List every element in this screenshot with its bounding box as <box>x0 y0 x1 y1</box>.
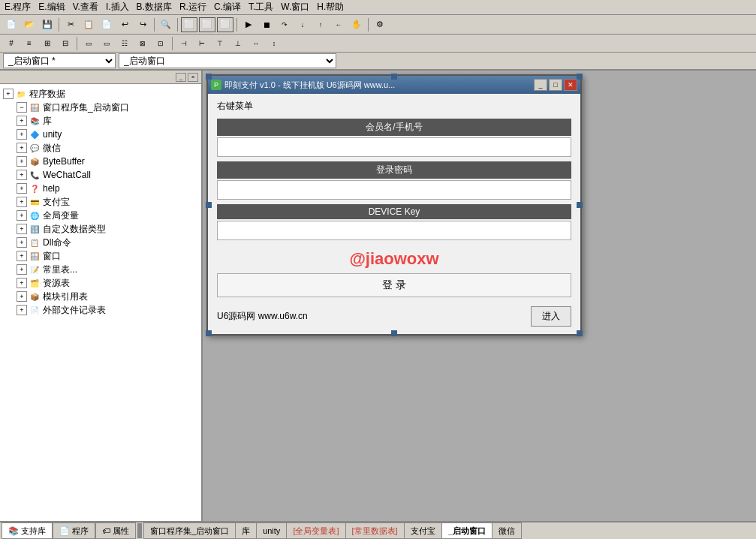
menu-item-tools[interactable]: T.工具 <box>247 1 275 14</box>
tb2-size-w[interactable]: ↔ <box>248 36 264 51</box>
tree-item-1[interactable]: −🪟窗口程序集_启动窗口 <box>0 101 201 114</box>
dialog-close-btn[interactable]: ✕ <box>564 79 577 91</box>
bottom-left-tab-program[interactable]: 📄 程序 <box>53 522 95 539</box>
bottom-tab-constants[interactable]: [常里数据表] <box>345 522 404 539</box>
tree-expander-3[interactable]: + <box>17 129 27 140</box>
tree-item-14[interactable]: +🗂️资源表 <box>0 276 201 290</box>
tb-step-into[interactable]: ↓ <box>294 17 311 32</box>
tb-hand[interactable]: ✋ <box>348 17 365 32</box>
enter-button[interactable]: 进入 <box>531 306 571 327</box>
tb2-grid[interactable]: # <box>3 36 20 51</box>
tree-expander-7[interactable]: + <box>17 183 27 194</box>
tb2-align-b[interactable]: ⊥ <box>230 36 246 51</box>
menu-item-db[interactable]: B.数据库 <box>135 1 173 14</box>
tb-redo[interactable]: ↪ <box>134 17 151 32</box>
tb2-r1[interactable]: ▭ <box>80 36 97 51</box>
tb-view1[interactable]: ⬜ <box>181 17 197 32</box>
tb2-r4[interactable]: ⊠ <box>134 36 151 51</box>
device-input[interactable] <box>217 221 571 240</box>
tb2-size-h[interactable]: ↕ <box>266 36 282 51</box>
tb-step-out[interactable]: ↑ <box>312 17 329 32</box>
tree-expander-13[interactable]: + <box>17 264 27 275</box>
tree-expander-9[interactable]: + <box>17 210 27 221</box>
tb-run[interactable]: ▶ <box>240 17 257 32</box>
tree-expander-10[interactable]: + <box>17 224 27 234</box>
tree-item-12[interactable]: +🪟窗口 <box>0 249 201 263</box>
tree-expander-2[interactable]: + <box>17 116 27 126</box>
tree-item-11[interactable]: +📋Dll命令 <box>0 236 201 249</box>
tree-item-6[interactable]: +📞WeChatCall <box>0 168 201 182</box>
tree-expander-5[interactable]: + <box>17 156 27 167</box>
bottom-tab-globals[interactable]: [全局变量表] <box>286 522 345 539</box>
tb-save[interactable]: 💾 <box>39 17 56 32</box>
bottom-left-tab-attr[interactable]: 🏷 属性 <box>95 522 136 539</box>
tb2-align-r[interactable]: ⊢ <box>194 36 210 51</box>
tree-expander-12[interactable]: + <box>17 251 27 261</box>
menu-item-help[interactable]: H.帮助 <box>315 1 345 14</box>
tree-expander-6[interactable]: + <box>17 170 27 180</box>
menu-item-edit[interactable]: E.编辑 <box>37 1 66 14</box>
tree-expander-1[interactable]: − <box>17 102 27 113</box>
tree-expander-16[interactable]: + <box>17 305 27 315</box>
tree-item-16[interactable]: +📄外部文件记录表 <box>0 303 201 317</box>
tree-item-4[interactable]: +💬微信 <box>0 141 201 155</box>
tree-item-3[interactable]: +🔷unity <box>0 128 201 141</box>
tb-undo[interactable]: ↩ <box>116 17 133 32</box>
bottom-tab-lib[interactable]: 库 <box>235 522 256 539</box>
tb-stop[interactable]: ⏹ <box>258 17 275 32</box>
dialog-maximize-btn[interactable]: □ <box>549 79 562 91</box>
resize-e[interactable] <box>577 202 583 208</box>
tree-expander-0[interactable]: + <box>3 89 14 99</box>
tb-step-back[interactable]: ← <box>330 17 347 32</box>
tree-expander-15[interactable]: + <box>17 291 27 302</box>
resize-se[interactable] <box>577 330 583 336</box>
menu-item-view[interactable]: V.查看 <box>71 1 100 14</box>
bottom-left-tab-library[interactable]: 📚 支持库 <box>2 522 53 539</box>
tb-view2[interactable]: ⬜ <box>199 17 215 32</box>
tb-cut[interactable]: ✂ <box>62 17 79 32</box>
tb2-align[interactable]: ≡ <box>21 36 38 51</box>
bottom-tab-main-window[interactable]: _启动窗口 <box>441 522 492 539</box>
tree-item-13[interactable]: +📝常里表... <box>0 263 201 276</box>
panel-minimize[interactable]: _ <box>176 73 186 82</box>
menu-item-window[interactable]: W.窗口 <box>279 1 311 14</box>
tb2-align-l[interactable]: ⊣ <box>176 36 192 51</box>
addr-left-select[interactable]: _启动窗口 * <box>3 53 116 68</box>
tb2-tbl2[interactable]: ⊟ <box>57 36 74 51</box>
tree-item-8[interactable]: +💳支付宝 <box>0 195 201 209</box>
password-input[interactable] <box>217 180 571 200</box>
tb-new[interactable]: 📄 <box>3 17 20 32</box>
tb-view3[interactable]: ⬜ <box>217 17 233 32</box>
tree-item-7[interactable]: +❓help <box>0 182 201 195</box>
tree-expander-4[interactable]: + <box>17 143 27 153</box>
resize-sw[interactable] <box>206 330 212 336</box>
login-button[interactable]: 登 录 <box>217 273 571 297</box>
tree-item-10[interactable]: +🔢自定义数据类型 <box>0 222 201 236</box>
bottom-tab-startup[interactable]: 窗口程序集_启动窗口 <box>143 522 235 539</box>
tb2-tbl[interactable]: ⊞ <box>39 36 56 51</box>
resize-n[interactable] <box>391 74 397 80</box>
tree-item-15[interactable]: +📦模块引用表 <box>0 290 201 303</box>
bottom-tab-wechat[interactable]: 微信 <box>492 522 522 539</box>
tb2-r2[interactable]: ▭ <box>98 36 115 51</box>
tb-step-over[interactable]: ↷ <box>276 17 293 32</box>
tree-item-2[interactable]: +📚库 <box>0 114 201 128</box>
addr-right-select[interactable]: _启动窗口 <box>119 53 336 68</box>
tb2-r3[interactable]: ☷ <box>116 36 133 51</box>
tb-copy[interactable]: 📋 <box>80 17 97 32</box>
tb2-align-t[interactable]: ⊤ <box>212 36 228 51</box>
tree-expander-8[interactable]: + <box>17 197 27 207</box>
tb-settings[interactable]: ⚙ <box>372 17 388 32</box>
menu-item-compile[interactable]: C.编译 <box>212 1 242 14</box>
resize-w[interactable] <box>206 202 212 208</box>
menu-item-run[interactable]: R.运行 <box>178 1 208 14</box>
tree-item-9[interactable]: +🌐全局变量 <box>0 209 201 222</box>
bottom-tab-alipay[interactable]: 支付宝 <box>404 522 441 539</box>
dialog-minimize-btn[interactable]: _ <box>534 79 547 91</box>
menu-item-program[interactable]: E.程序 <box>3 1 32 14</box>
tb-paste[interactable]: 📄 <box>98 17 115 32</box>
bottom-tab-unity[interactable]: unity <box>256 522 286 539</box>
tree-item-0[interactable]: +📁程序数据 <box>0 87 201 101</box>
menu-item-insert[interactable]: I.插入 <box>104 1 131 14</box>
panel-close[interactable]: × <box>188 73 198 82</box>
